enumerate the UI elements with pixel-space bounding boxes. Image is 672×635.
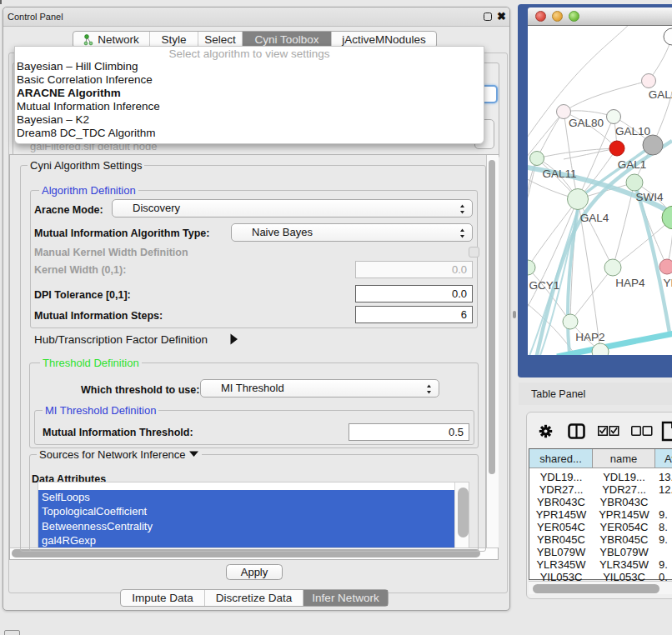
svg-text:GAL2: GAL2 [649,88,672,101]
svg-text:GAL1: GAL1 [618,158,647,171]
svg-text:GAL10: GAL10 [615,125,650,138]
svg-text:GAL11: GAL11 [542,168,576,180]
svg-text:GAL80: GAL80 [569,117,604,129]
svg-text:HAP4: HAP4 [615,277,645,289]
svg-text:YD: YD [664,277,672,289]
svg-text:GCY1: GCY1 [529,279,560,292]
svg-text:HAP2: HAP2 [575,331,604,343]
svg-text:SWI4: SWI4 [635,191,663,203]
svg-text:GAL4: GAL4 [580,212,609,224]
